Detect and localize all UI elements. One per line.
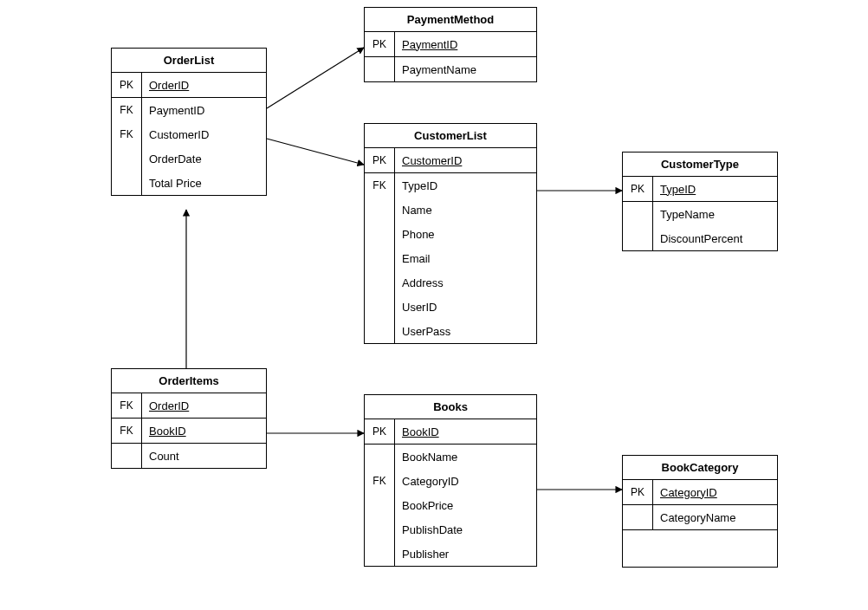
table-row: FK BookID [112, 419, 266, 444]
key-label: FK [365, 173, 395, 198]
key-label: PK [623, 480, 653, 504]
entity-customertype: CustomerType PK TypeID TypeName Discount… [622, 152, 778, 251]
table-row: OrderDate [112, 146, 266, 171]
key-label [365, 542, 395, 566]
key-label [623, 505, 653, 529]
field-name: PaymentName [402, 63, 476, 76]
entity-title: OrderList [112, 49, 266, 73]
entity-books: Books PK BookID BookName FK CategoryID B… [364, 394, 537, 567]
table-row: Name [365, 198, 536, 222]
table-row: PK TypeID [623, 177, 777, 202]
table-row: BookPrice [365, 493, 536, 517]
key-label [112, 444, 142, 468]
field-name: BookPrice [402, 499, 453, 512]
field-name: Email [402, 252, 431, 265]
field-name: OrderID [149, 399, 189, 412]
field-name: Count [149, 450, 179, 463]
rel-orderlist-paymentmethod [267, 48, 364, 108]
key-label: FK [112, 419, 142, 443]
key-label [365, 246, 395, 270]
entity-orderitems: OrderItems FK OrderID FK BookID Count [111, 368, 267, 469]
key-label [365, 57, 395, 81]
entity-title: PaymentMethod [365, 8, 536, 32]
key-label [365, 445, 395, 469]
key-label [365, 198, 395, 222]
key-label: PK [112, 73, 142, 97]
field-name: BookName [402, 451, 457, 464]
field-name: CustomerID [402, 154, 462, 167]
table-row: PK CategoryID [623, 480, 777, 505]
field-name: TypeID [660, 183, 696, 196]
table-row: FK CustomerID [112, 122, 266, 146]
key-label [623, 226, 653, 250]
rel-orderlist-customerlist [267, 139, 364, 165]
key-label: PK [365, 32, 395, 56]
entity-title: CustomerType [623, 152, 777, 177]
entity-paymentmethod: PaymentMethod PK PaymentID PaymentName [364, 7, 537, 82]
key-label [365, 493, 395, 517]
field-name: TypeID [402, 179, 437, 192]
table-row: Email [365, 246, 536, 270]
table-row: Address [365, 270, 536, 295]
field-name: Name [402, 204, 432, 217]
table-row: BookName [365, 445, 536, 469]
field-name: CategoryID [660, 486, 717, 499]
table-row: FK PaymentID [112, 98, 266, 122]
field-name: CategoryID [402, 475, 459, 488]
key-label: FK [365, 469, 395, 493]
field-name: OrderID [149, 79, 189, 92]
field-name: BookID [402, 425, 439, 438]
field-name: PaymentID [149, 104, 204, 117]
field-name: Total Price [149, 177, 202, 190]
key-label [623, 202, 653, 226]
table-row: PK OrderID [112, 73, 266, 98]
table-row: PaymentName [365, 57, 536, 81]
table-row: TypeName [623, 202, 777, 226]
table-row: CategoryName [623, 505, 777, 530]
entity-title: BookCategory [623, 456, 777, 480]
entity-title: CustomerList [365, 124, 536, 148]
field-name: Publisher [402, 548, 449, 561]
key-label [112, 146, 142, 171]
table-row: FK TypeID [365, 173, 536, 198]
key-label: FK [112, 393, 142, 418]
field-name: UserPass [402, 325, 450, 338]
field-name: BookID [149, 425, 186, 438]
field-name: Address [402, 276, 444, 289]
key-label [365, 295, 395, 319]
table-row: Publisher [365, 542, 536, 566]
table-row: PK BookID [365, 419, 536, 445]
table-row: PK PaymentID [365, 32, 536, 57]
table-row: Count [112, 444, 266, 468]
table-row: UserPass [365, 319, 536, 343]
key-label [365, 319, 395, 343]
key-label [365, 517, 395, 542]
entity-title: Books [365, 395, 536, 419]
field-name: PaymentID [402, 38, 457, 51]
entity-bookcategory: BookCategory PK CategoryID CategoryName [622, 455, 778, 568]
field-name: TypeName [660, 208, 715, 221]
entity-orderlist: OrderList PK OrderID FK PaymentID FK Cus… [111, 48, 267, 196]
table-row: Phone [365, 222, 536, 246]
entity-title: OrderItems [112, 369, 266, 393]
table-row: DiscountPercent [623, 226, 777, 250]
entity-customerlist: CustomerList PK CustomerID FK TypeID Nam… [364, 123, 537, 344]
field-name: PublishDate [402, 523, 463, 536]
key-label: FK [112, 122, 142, 146]
table-row: Total Price [112, 171, 266, 195]
table-row: FK CategoryID [365, 469, 536, 493]
key-label: PK [365, 148, 395, 172]
key-label [365, 270, 395, 295]
key-label: FK [112, 98, 142, 122]
key-label [365, 222, 395, 246]
key-label [112, 171, 142, 195]
field-name: CategoryName [660, 511, 735, 524]
field-name: UserID [402, 301, 437, 314]
table-row: UserID [365, 295, 536, 319]
field-name: Phone [402, 228, 435, 241]
key-label: PK [365, 419, 395, 444]
table-row: PublishDate [365, 517, 536, 542]
field-name: DiscountPercent [660, 232, 742, 245]
table-row: FK OrderID [112, 393, 266, 419]
key-label: PK [623, 177, 653, 201]
